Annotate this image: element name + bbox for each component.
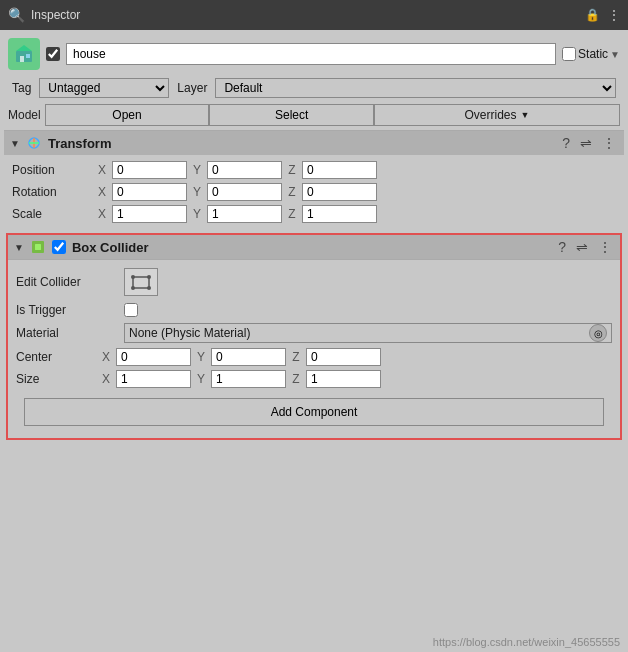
rotation-x-input[interactable] bbox=[112, 183, 187, 201]
transform-icon bbox=[26, 135, 42, 151]
overrides-dropdown-arrow: ▼ bbox=[521, 110, 530, 120]
box-collider-icon bbox=[30, 239, 46, 255]
pos-z-label: Z bbox=[286, 163, 298, 177]
rotation-xyz: X Y Z bbox=[96, 183, 616, 201]
svg-rect-9 bbox=[133, 277, 149, 288]
transform-help-button[interactable]: ? bbox=[560, 135, 572, 151]
edit-collider-row: Edit Collider bbox=[8, 264, 620, 300]
svg-point-11 bbox=[147, 275, 151, 279]
pos-y-label: Y bbox=[191, 163, 203, 177]
transform-settings-button[interactable]: ⇌ bbox=[578, 135, 594, 151]
transform-tools: ? ⇌ ⋮ bbox=[560, 135, 618, 151]
bc-help-button[interactable]: ? bbox=[556, 239, 568, 255]
title-bar-left: 🔍 Inspector bbox=[8, 7, 80, 23]
add-component-row: Add Component bbox=[8, 390, 620, 434]
rotation-y-input[interactable] bbox=[207, 183, 282, 201]
material-row: Material None (Physic Material) ◎ bbox=[8, 320, 620, 346]
watermark: https://blog.csdn.net/weixin_45655555 bbox=[0, 632, 628, 652]
size-x-label: X bbox=[100, 372, 112, 386]
bc-menu-button[interactable]: ⋮ bbox=[596, 239, 614, 255]
object-active-checkbox[interactable] bbox=[46, 47, 60, 61]
bc-settings-button[interactable]: ⇌ bbox=[574, 239, 590, 255]
center-x-input[interactable] bbox=[116, 348, 191, 366]
rot-z-label: Z bbox=[286, 185, 298, 199]
open-button[interactable]: Open bbox=[45, 104, 210, 126]
scale-z-input[interactable] bbox=[302, 205, 377, 223]
object-header: Static ▼ bbox=[4, 34, 624, 74]
transform-menu-button[interactable]: ⋮ bbox=[600, 135, 618, 151]
menu-icon[interactable]: ⋮ bbox=[608, 8, 620, 22]
model-row: Model Open Select Overrides ▼ bbox=[4, 102, 624, 128]
svg-point-12 bbox=[131, 286, 135, 290]
add-component-button[interactable]: Add Component bbox=[24, 398, 604, 426]
layer-label: Layer bbox=[177, 81, 207, 95]
position-x-input[interactable] bbox=[112, 161, 187, 179]
scale-x-input[interactable] bbox=[112, 205, 187, 223]
static-dropdown-arrow[interactable]: ▼ bbox=[610, 49, 620, 60]
title-bar: 🔍 Inspector 🔒 ⋮ bbox=[0, 0, 628, 30]
is-trigger-checkbox[interactable] bbox=[124, 303, 138, 317]
scale-xyz: X Y Z bbox=[96, 205, 616, 223]
scale-label: Scale bbox=[12, 207, 92, 221]
overrides-button[interactable]: Overrides ▼ bbox=[374, 104, 620, 126]
position-y-input[interactable] bbox=[207, 161, 282, 179]
center-z-label: Z bbox=[290, 350, 302, 364]
transform-body: Position X Y Z Rotation X Y Z bbox=[4, 157, 624, 227]
title-bar-right: 🔒 ⋮ bbox=[585, 8, 620, 22]
object-icon bbox=[8, 38, 40, 70]
bc-enabled-checkbox[interactable] bbox=[52, 240, 66, 254]
size-x-input[interactable] bbox=[116, 370, 191, 388]
material-value: None (Physic Material) bbox=[129, 326, 250, 340]
bc-collapse-arrow[interactable]: ▼ bbox=[14, 242, 24, 253]
inspector-title: Inspector bbox=[31, 8, 80, 22]
tag-layer-row: Tag Untagged Layer Default bbox=[4, 76, 624, 100]
position-row: Position X Y Z bbox=[4, 159, 624, 181]
scale-y-input[interactable] bbox=[207, 205, 282, 223]
content-area: Static ▼ Tag Untagged Layer Default Mode… bbox=[0, 30, 628, 632]
is-trigger-label: Is Trigger bbox=[16, 303, 116, 317]
select-button[interactable]: Select bbox=[209, 104, 374, 126]
position-z-input[interactable] bbox=[302, 161, 377, 179]
center-y-label: Y bbox=[195, 350, 207, 364]
size-row: Size X Y Z bbox=[8, 368, 620, 390]
static-group: Static ▼ bbox=[562, 47, 620, 61]
svg-point-10 bbox=[131, 275, 135, 279]
material-select-button[interactable]: ◎ bbox=[589, 324, 607, 342]
rot-y-label: Y bbox=[191, 185, 203, 199]
collider-body: Edit Collider Is Trigger bbox=[8, 260, 620, 438]
transform-collapse-arrow[interactable]: ▼ bbox=[10, 138, 20, 149]
center-z-input[interactable] bbox=[306, 348, 381, 366]
center-xyz: X Y Z bbox=[100, 348, 612, 366]
center-x-label: X bbox=[100, 350, 112, 364]
transform-section-header: ▼ Transform ? ⇌ ⋮ bbox=[4, 130, 624, 155]
rotation-z-input[interactable] bbox=[302, 183, 377, 201]
pos-x-label: X bbox=[96, 163, 108, 177]
box-collider-header: ▼ Box Collider ? ⇌ ⋮ bbox=[8, 235, 620, 260]
scale-row: Scale X Y Z bbox=[4, 203, 624, 225]
size-z-input[interactable] bbox=[306, 370, 381, 388]
position-label: Position bbox=[12, 163, 92, 177]
inspector-icon: 🔍 bbox=[8, 7, 25, 23]
tag-select[interactable]: Untagged bbox=[39, 78, 169, 98]
size-z-label: Z bbox=[290, 372, 302, 386]
object-name-input[interactable] bbox=[66, 43, 556, 65]
static-checkbox[interactable] bbox=[562, 47, 576, 61]
size-y-input[interactable] bbox=[211, 370, 286, 388]
scale-y-label: Y bbox=[191, 207, 203, 221]
bc-title: Box Collider bbox=[72, 240, 550, 255]
box-collider-container: ▼ Box Collider ? ⇌ ⋮ Edit bbox=[6, 233, 622, 440]
center-label: Center bbox=[16, 350, 96, 364]
size-label: Size bbox=[16, 372, 96, 386]
layer-select[interactable]: Default bbox=[215, 78, 616, 98]
lock-icon[interactable]: 🔒 bbox=[585, 8, 600, 22]
size-y-label: Y bbox=[195, 372, 207, 386]
edit-collider-button[interactable] bbox=[124, 268, 158, 296]
scale-x-label: X bbox=[96, 207, 108, 221]
center-row: Center X Y Z bbox=[8, 346, 620, 368]
edit-collider-label: Edit Collider bbox=[16, 275, 116, 289]
scale-z-label: Z bbox=[286, 207, 298, 221]
static-label: Static bbox=[578, 47, 608, 61]
material-field: None (Physic Material) ◎ bbox=[124, 323, 612, 343]
rot-x-label: X bbox=[96, 185, 108, 199]
center-y-input[interactable] bbox=[211, 348, 286, 366]
